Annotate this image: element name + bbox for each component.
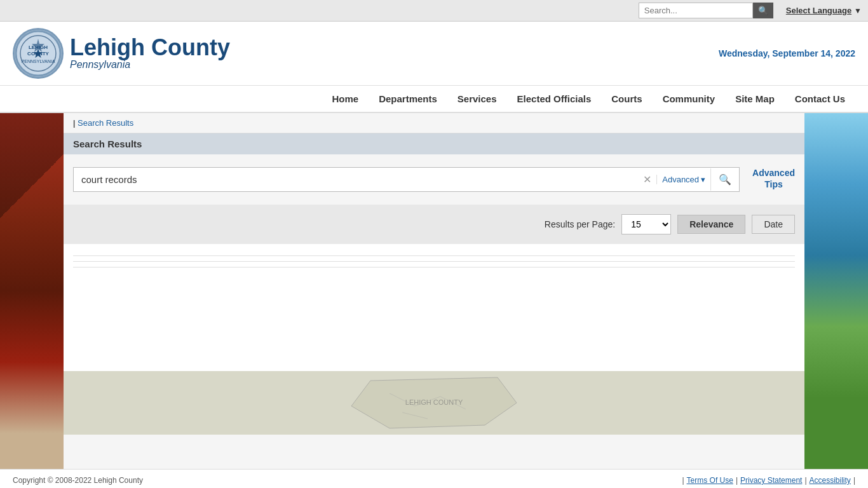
svg-text:COUNTY: COUNTY <box>27 51 49 57</box>
nav-elected-officials[interactable]: Elected Officials <box>507 86 602 112</box>
result-divider-1 <box>73 255 795 256</box>
advanced-tips-line1: Advanced <box>752 168 795 178</box>
top-search-wrapper: 🔍 <box>639 3 773 18</box>
main-search-input[interactable] <box>74 168 638 191</box>
county-map-svg: LEHIGH COUNTY <box>339 374 529 431</box>
nav-services[interactable]: Services <box>447 86 507 112</box>
footer-links: | Terms Of Use | Privacy Statement | Acc… <box>682 476 855 485</box>
footer-separator-4: | <box>853 476 855 485</box>
search-input-wrapper: ✕ Advanced ▾ 🔍 <box>73 167 740 192</box>
footer-privacy-link[interactable]: Privacy Statement <box>740 476 802 485</box>
footer-separator-1: | <box>682 476 684 485</box>
site-footer: Copyright © 2008-2022 Lehigh County | Te… <box>0 469 868 488</box>
right-background-image <box>804 113 868 469</box>
advanced-toggle-label: Advanced <box>662 175 699 184</box>
footer-terms-link[interactable]: Terms Of Use <box>687 476 733 485</box>
results-per-page-select[interactable]: 5 10 15 20 25 50 <box>621 214 671 234</box>
breadcrumb-link[interactable]: Search Results <box>78 118 133 128</box>
top-search-icon: 🔍 <box>758 6 768 15</box>
advanced-toggle-link[interactable]: Advanced ▾ <box>656 175 710 184</box>
result-divider-2 <box>73 261 795 262</box>
nav-community[interactable]: Community <box>653 86 726 112</box>
footer-accessibility-link[interactable]: Accessibility <box>810 476 851 485</box>
result-divider-3 <box>73 267 795 268</box>
advanced-tips-link[interactable]: Advanced Tips <box>752 167 795 190</box>
svg-text:PENNSYLVANIA: PENNSYLVANIA <box>22 59 55 64</box>
nav-home[interactable]: Home <box>322 86 369 112</box>
logo-seal: LEHIGH COUNTY PENNSYLVANIA <box>13 28 64 79</box>
seal-svg: LEHIGH COUNTY PENNSYLVANIA <box>15 30 62 77</box>
main-search-icon: 🔍 <box>719 174 731 185</box>
site-subtitle: Pennsylvania <box>70 59 230 71</box>
results-controls: Results per Page: 5 10 15 20 25 50 Relev… <box>64 205 804 244</box>
left-background-image <box>0 113 64 469</box>
nav-departments[interactable]: Departments <box>369 86 447 112</box>
breadcrumb-separator: | <box>73 118 75 128</box>
advanced-tips-line2: Tips <box>764 179 783 189</box>
top-bar: 🔍 Select Language ▼ <box>0 0 868 22</box>
top-search-input[interactable] <box>639 3 753 18</box>
results-area <box>64 244 804 371</box>
advanced-dropdown-icon: ▾ <box>701 175 705 184</box>
search-results-title: Search Results <box>64 133 804 154</box>
language-selector-area: Select Language ▼ <box>786 6 862 15</box>
footer-copyright: Copyright © 2008-2022 Lehigh County <box>13 476 143 485</box>
nav-courts[interactable]: Courts <box>601 86 652 112</box>
breadcrumb: | Search Results <box>64 113 804 133</box>
nav-sitemap[interactable]: Site Map <box>725 86 785 112</box>
svg-text:LEHIGH: LEHIGH <box>29 44 48 50</box>
top-search-button[interactable]: 🔍 <box>753 3 773 18</box>
clear-icon: ✕ <box>643 174 651 185</box>
main-search-button[interactable]: 🔍 <box>710 168 739 191</box>
search-results-section: Search Results ✕ Advanced ▾ 🔍 <box>64 133 804 371</box>
footer-separator-3: | <box>804 476 806 485</box>
search-clear-button[interactable]: ✕ <box>638 173 656 186</box>
nav-contact[interactable]: Contact Us <box>785 86 855 112</box>
date-display: Wednesday, September 14, 2022 <box>719 48 855 58</box>
svg-text:LEHIGH COUNTY: LEHIGH COUNTY <box>405 398 463 406</box>
main-content: | Search Results Search Results ✕ Advanc… <box>64 113 804 469</box>
site-header: LEHIGH COUNTY PENNSYLVANIA Lehigh County… <box>0 22 868 85</box>
sort-relevance-button[interactable]: Relevance <box>677 215 745 234</box>
results-per-page-label: Results per Page: <box>545 219 615 229</box>
select-language-link[interactable]: Select Language <box>786 6 851 15</box>
map-area: LEHIGH COUNTY <box>64 371 804 435</box>
language-arrow-icon: ▼ <box>854 6 862 15</box>
site-title: Lehigh County <box>70 36 230 59</box>
content-wrapper: | Search Results Search Results ✕ Advanc… <box>0 113 868 469</box>
logo-area: LEHIGH COUNTY PENNSYLVANIA Lehigh County… <box>13 28 230 79</box>
svg-point-0 <box>16 31 60 76</box>
search-box-area: ✕ Advanced ▾ 🔍 Advanced Tips <box>64 154 804 205</box>
main-nav: Home Departments Services Elected Offici… <box>0 85 868 113</box>
footer-separator-2: | <box>736 476 738 485</box>
sort-date-button[interactable]: Date <box>752 215 795 234</box>
logo-text: Lehigh County Pennsylvania <box>70 36 230 71</box>
